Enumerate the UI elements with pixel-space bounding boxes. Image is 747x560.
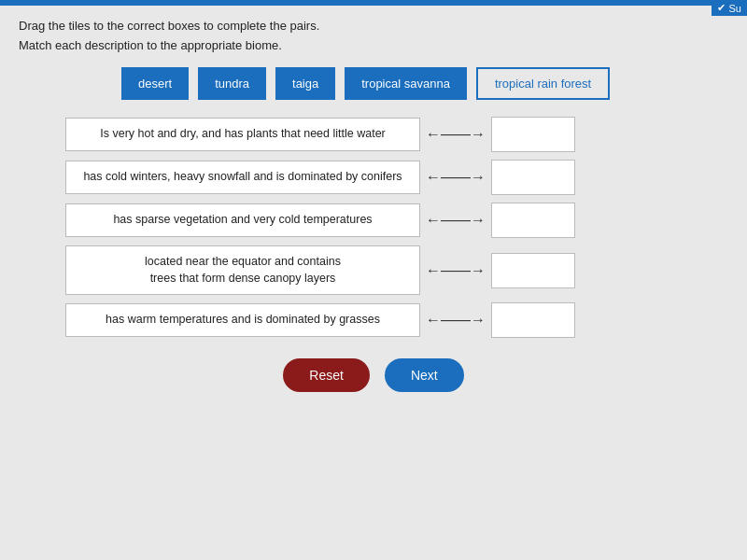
table-row: Is very hot and dry, and has plants that… [65,117,728,152]
sub-instruction: Match each description to the appropriat… [19,38,728,52]
page-content: Drag the tiles to the correct boxes to c… [0,6,747,401]
description-4: located near the equator and contains tr… [65,245,420,295]
check-icon: ✔ [717,2,726,14]
tile-tropical-rain-forest[interactable]: tropical rain forest [476,67,610,100]
answer-box-5[interactable] [491,302,575,338]
tiles-row: desert tundra taiga tropical savanna tro… [19,67,728,100]
table-row: located near the equator and contains tr… [65,245,728,295]
answer-box-1[interactable] [491,117,575,152]
description-3: has sparse vegetation and very cold temp… [65,203,420,237]
arrow-4: ←——→ [420,262,491,279]
description-1: Is very hot and dry, and has plants that… [65,118,420,151]
table-row: has warm temperatures and is dominated b… [65,302,728,338]
table-row: has cold winters, heavy snowfall and is … [65,160,728,195]
answer-box-3[interactable] [491,203,575,238]
next-button[interactable]: Next [385,358,464,392]
answer-box-4[interactable] [491,253,575,288]
tile-tropical-savanna[interactable]: tropical savanna [345,67,467,100]
arrow-5: ←——→ [420,312,491,329]
answer-box-2[interactable] [491,160,575,195]
description-5: has warm temperatures and is dominated b… [65,303,420,337]
tile-taiga[interactable]: taiga [275,67,335,100]
table-row: has sparse vegetation and very cold temp… [65,203,728,238]
pairs-section: Is very hot and dry, and has plants that… [19,117,728,338]
arrow-3: ←——→ [420,212,491,229]
buttons-row: Reset Next [19,358,728,392]
su-badge: ✔ Su [712,0,747,16]
arrow-1: ←——→ [420,126,491,143]
tile-desert[interactable]: desert [121,67,189,100]
main-instruction: Drag the tiles to the correct boxes to c… [19,19,728,33]
reset-button[interactable]: Reset [283,358,370,392]
description-2: has cold winters, heavy snowfall and is … [65,161,420,194]
tile-tundra[interactable]: tundra [198,67,266,100]
arrow-2: ←——→ [420,169,491,186]
su-label: Su [729,3,741,14]
